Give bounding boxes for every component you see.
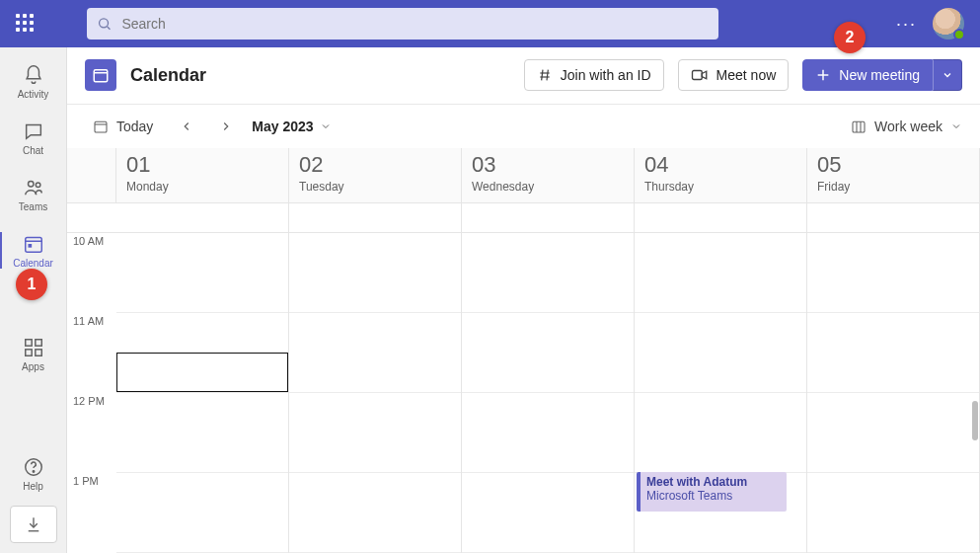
- hour-label: 10 AM: [67, 233, 116, 313]
- next-week-button[interactable]: [212, 113, 240, 140]
- view-picker[interactable]: Work week: [851, 118, 962, 134]
- calendar-toolbar: Today May 2023 Work week: [67, 105, 980, 149]
- button-label: New meeting: [839, 67, 920, 83]
- day-number: 05: [817, 154, 969, 176]
- calendar-icon: [22, 232, 45, 256]
- day-column-wed[interactable]: [462, 203, 635, 553]
- chat-icon: [22, 119, 45, 143]
- svg-rect-7: [25, 340, 31, 346]
- day-column-fri[interactable]: [807, 203, 980, 553]
- chevron-right-icon: [219, 119, 233, 133]
- svg-point-12: [33, 471, 34, 472]
- download-button[interactable]: [10, 506, 57, 543]
- bell-icon: [22, 63, 45, 87]
- day-header-row: 01 Monday 02 Tuesday 03 Wednesday 04 Thu…: [67, 148, 980, 203]
- meet-now-button[interactable]: Meet now: [678, 59, 790, 91]
- day-header[interactable]: 05 Friday: [807, 148, 980, 203]
- rail-help[interactable]: Help: [0, 449, 66, 498]
- page-title: Calendar: [130, 65, 206, 86]
- calendar-main: Calendar Join with an ID Meet now New me…: [67, 47, 980, 553]
- rail-activity[interactable]: Activity: [0, 57, 66, 106]
- search-icon: [97, 16, 112, 32]
- help-icon: [22, 455, 45, 479]
- rail-label: Help: [23, 481, 43, 492]
- app-launcher-icon[interactable]: [16, 14, 36, 34]
- svg-line-18: [547, 70, 548, 81]
- calendar-today-icon: [93, 118, 109, 134]
- month-picker[interactable]: May 2023: [252, 118, 331, 134]
- day-column-mon[interactable]: [116, 203, 289, 553]
- download-icon: [25, 515, 42, 533]
- rail-label: Apps: [22, 361, 44, 372]
- svg-rect-22: [95, 121, 107, 132]
- day-number: 01: [126, 154, 278, 176]
- svg-rect-6: [28, 244, 32, 248]
- day-header[interactable]: 01 Monday: [116, 148, 289, 203]
- day-number: 02: [299, 154, 451, 176]
- search-input[interactable]: [119, 15, 709, 33]
- event-subtitle: Microsoft Teams: [646, 489, 781, 503]
- rail-teams[interactable]: Teams: [0, 170, 66, 218]
- day-header[interactable]: 03 Wednesday: [462, 148, 635, 203]
- apps-icon: [22, 336, 45, 359]
- calendar-grid: 10 AM 11 AM 12 PM 1 PM: [67, 203, 980, 553]
- svg-rect-19: [692, 71, 702, 80]
- day-of-week: Tuesday: [299, 180, 451, 194]
- day-column-thu[interactable]: Meet with Adatum Microsoft Teams: [635, 203, 807, 553]
- rail-label: Teams: [19, 201, 47, 212]
- join-with-id-button[interactable]: Join with an ID: [524, 59, 664, 91]
- search-box[interactable]: [87, 8, 718, 40]
- chevron-down-icon: [320, 120, 332, 132]
- app-rail: Activity Chat Teams Calendar Apps: [0, 47, 67, 553]
- more-options-icon[interactable]: ···: [896, 14, 917, 35]
- plus-icon: [815, 67, 831, 83]
- month-label-text: May 2023: [252, 118, 313, 134]
- svg-rect-13: [94, 70, 108, 82]
- presence-available-icon: [953, 29, 965, 40]
- svg-rect-24: [853, 121, 865, 132]
- scrollbar-thumb[interactable]: [972, 401, 978, 440]
- today-button[interactable]: Today: [85, 111, 161, 142]
- rail-apps[interactable]: Apps: [0, 330, 66, 378]
- chevron-down-icon: [950, 120, 962, 132]
- svg-line-17: [541, 70, 542, 81]
- button-label: Meet now: [716, 67, 777, 83]
- selected-time-slot[interactable]: [116, 353, 288, 392]
- rail-label: Calendar: [13, 258, 53, 269]
- svg-rect-4: [25, 238, 41, 253]
- calendar-event[interactable]: Meet with Adatum Microsoft Teams: [637, 472, 787, 512]
- day-column-tue[interactable]: [289, 203, 462, 553]
- svg-point-2: [28, 182, 34, 188]
- rail-calendar[interactable]: Calendar: [0, 226, 66, 275]
- day-of-week: Monday: [126, 180, 278, 194]
- day-of-week: Wednesday: [472, 180, 624, 194]
- day-number: 04: [644, 154, 796, 176]
- time-gutter: 10 AM 11 AM 12 PM 1 PM: [67, 203, 116, 553]
- svg-rect-10: [35, 350, 40, 356]
- new-meeting-button[interactable]: New meeting: [802, 59, 933, 91]
- calendar-header: Calendar Join with an ID Meet now New me…: [67, 47, 980, 105]
- rail-chat[interactable]: Chat: [0, 114, 66, 162]
- svg-rect-8: [35, 340, 40, 346]
- day-header[interactable]: 04 Thursday: [635, 148, 807, 203]
- calendar-view-icon: [851, 118, 867, 134]
- chevron-down-icon: [942, 69, 953, 81]
- svg-point-0: [100, 19, 109, 28]
- svg-point-3: [36, 183, 40, 188]
- avatar[interactable]: [933, 8, 964, 40]
- day-number: 03: [472, 154, 624, 176]
- day-of-week: Friday: [817, 180, 969, 194]
- day-header[interactable]: 02 Tuesday: [289, 148, 462, 203]
- day-of-week: Thursday: [644, 180, 796, 194]
- calendar-app-icon: [85, 59, 116, 91]
- prev-week-button[interactable]: [173, 113, 200, 140]
- event-title: Meet with Adatum: [646, 475, 781, 489]
- new-meeting-dropdown[interactable]: [933, 59, 962, 91]
- video-icon: [691, 68, 709, 82]
- button-label: Join with an ID: [561, 67, 651, 83]
- chevron-left-icon: [180, 119, 193, 133]
- hour-label: 11 AM: [67, 313, 116, 393]
- rail-label: Chat: [23, 145, 43, 156]
- view-label: Work week: [874, 118, 942, 134]
- annotation-callout-2: 2: [834, 22, 866, 53]
